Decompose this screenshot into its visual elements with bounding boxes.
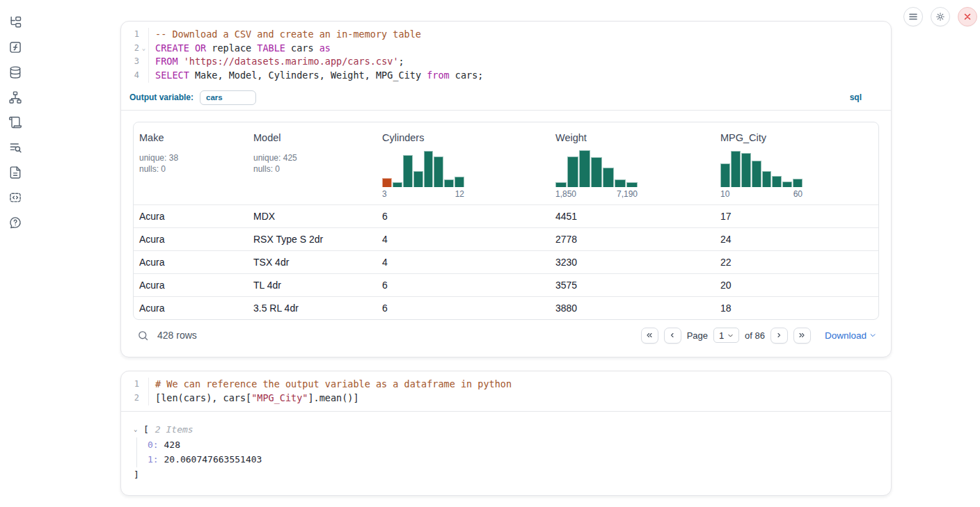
histogram-bar[interactable] <box>424 151 434 187</box>
sidebar <box>0 0 31 230</box>
shutdown-button[interactable] <box>958 7 977 26</box>
code-text: -- Download a CSV and create an in-memor… <box>149 28 421 42</box>
table-cell: TL 4dr <box>248 273 377 296</box>
items-count-label: 2 Items <box>155 422 193 437</box>
table-cell: Acura <box>134 204 248 227</box>
chevron-left-icon <box>668 331 677 339</box>
notebook: 1-- Download a CSV and create an in-memo… <box>120 21 892 496</box>
file-explorer-icon[interactable] <box>8 15 23 30</box>
code-line[interactable]: 2⌄CREATE OR replace TABLE cars as <box>121 42 891 56</box>
code-text: SELECT Make, Model, Cylinders, Weight, M… <box>149 69 483 83</box>
search-icon[interactable] <box>137 330 149 341</box>
code-line[interactable]: 1# We can reference the output variable … <box>121 378 891 392</box>
code-line[interactable]: 1-- Download a CSV and create an in-memo… <box>121 28 891 42</box>
list-item: 0: 428 <box>148 437 878 453</box>
histogram-bar[interactable] <box>741 153 751 187</box>
first-page-button[interactable] <box>641 328 658 344</box>
open-bracket: [ <box>143 422 149 437</box>
output-variable-input[interactable] <box>200 90 256 105</box>
column-header-make[interactable]: Make unique: 38 nulls: 0 <box>134 122 248 205</box>
table-header-row: Make unique: 38 nulls: 0 Model unique: 4… <box>134 122 878 205</box>
sql-code-editor[interactable]: 1-- Download a CSV and create an in-memo… <box>121 22 891 88</box>
histogram-bar[interactable] <box>455 177 464 187</box>
page-select-value: 1 <box>719 330 724 341</box>
column-label: Make <box>139 132 242 143</box>
histogram-bar[interactable] <box>772 176 782 187</box>
search-logs-icon[interactable] <box>8 140 23 155</box>
code-line[interactable]: 3FROM 'https://datasets.marimo.app/cars.… <box>121 55 891 69</box>
table-cell: Acura <box>134 227 248 250</box>
table-row[interactable]: AcuraTL 4dr6357520 <box>134 273 878 296</box>
list-item: 1: 20.060747663551403 <box>148 452 878 467</box>
fold-chevron-icon[interactable]: ⌄ <box>139 42 148 56</box>
snippets-icon[interactable] <box>8 190 23 205</box>
page-select[interactable]: 1 <box>713 328 739 343</box>
histogram-bar[interactable] <box>403 155 413 187</box>
code-line[interactable]: 4SELECT Make, Model, Cylinders, Weight, … <box>121 69 891 83</box>
histogram-bar[interactable] <box>720 163 730 187</box>
chevron-down-icon <box>869 332 876 339</box>
column-header-mpg-city[interactable]: MPG_City 1060 <box>715 122 878 205</box>
last-page-button[interactable] <box>793 328 811 344</box>
histogram-bar[interactable] <box>626 182 638 187</box>
data-sources-icon[interactable] <box>8 65 23 80</box>
code-text: # We can reference the output variable a… <box>149 378 512 392</box>
python-cell-output: ⌄ [ 2 Items 0: 4281: 20.060747663551403 … <box>121 411 891 495</box>
table-row[interactable]: AcuraRSX Type S 2dr4277824 <box>134 227 878 250</box>
histogram-bar[interactable] <box>434 156 443 187</box>
histogram-bar[interactable] <box>382 178 392 187</box>
row-count: 428 rows <box>157 330 197 341</box>
table-cell: 6 <box>377 296 550 319</box>
close-bracket: ] <box>134 467 878 483</box>
logs-icon[interactable] <box>8 115 23 130</box>
total-pages-label: of 86 <box>745 330 765 341</box>
column-header-cylinders[interactable]: Cylinders 312 <box>377 122 550 205</box>
table-cell: Acura <box>134 296 248 319</box>
histogram-bar[interactable] <box>731 151 741 187</box>
histogram-bar[interactable] <box>615 179 626 187</box>
table-cell: 2778 <box>550 227 715 250</box>
histogram-bars <box>720 148 803 187</box>
menu-button[interactable] <box>903 7 923 26</box>
histogram-bar[interactable] <box>413 171 423 186</box>
table-row[interactable]: AcuraTSX 4dr4323022 <box>134 250 878 273</box>
python-code-editor[interactable]: 1# We can reference the output variable … <box>121 371 891 410</box>
download-button[interactable]: Download <box>825 330 876 341</box>
histogram-bar[interactable] <box>393 182 402 187</box>
histogram-axis: 1,8507,190 <box>555 189 638 199</box>
next-page-button[interactable] <box>770 328 788 344</box>
table-row[interactable]: Acura3.5 RL 4dr6388018 <box>134 296 878 319</box>
histogram-bar[interactable] <box>579 150 590 187</box>
histogram-bar[interactable] <box>793 179 803 187</box>
hamburger-icon <box>908 12 918 22</box>
help-icon[interactable] <box>8 215 23 230</box>
output-variable-row: Output variable: sql <box>121 88 891 111</box>
table-row[interactable]: AcuraMDX6445117 <box>134 204 878 227</box>
output-variable-label: Output variable: <box>129 92 193 102</box>
code-text: FROM 'https://datasets.marimo.app/cars.c… <box>149 55 404 69</box>
page-label: Page <box>687 330 708 341</box>
table-cell: TSX 4dr <box>248 250 377 273</box>
documentation-icon[interactable] <box>8 165 23 180</box>
histogram-bar[interactable] <box>591 157 602 187</box>
settings-button[interactable] <box>931 7 950 26</box>
functions-icon[interactable] <box>8 40 23 55</box>
histogram-bar[interactable] <box>555 182 567 187</box>
table-cell: 6 <box>377 204 550 227</box>
weight-histogram: 1,8507,190 <box>555 148 638 199</box>
column-header-weight[interactable]: Weight 1,8507,190 <box>550 122 715 205</box>
table-cell: 17 <box>715 204 878 227</box>
histogram-bar[interactable] <box>567 156 578 187</box>
histogram-bar[interactable] <box>782 182 792 187</box>
histogram-bar[interactable] <box>603 168 614 187</box>
histogram-axis: 1060 <box>720 189 803 199</box>
prev-page-button[interactable] <box>664 328 681 344</box>
column-header-model[interactable]: Model unique: 425 nulls: 0 <box>248 122 377 205</box>
dependency-graph-icon[interactable] <box>8 90 23 105</box>
histogram-bar[interactable] <box>752 161 761 187</box>
code-line[interactable]: 2[len(cars), cars["MPG_City"].mean()] <box>121 392 891 405</box>
histogram-bar[interactable] <box>762 171 772 186</box>
collapse-chevron-icon[interactable]: ⌄ <box>134 422 142 437</box>
histogram-bar[interactable] <box>444 179 454 187</box>
histogram-axis: 312 <box>382 189 464 199</box>
